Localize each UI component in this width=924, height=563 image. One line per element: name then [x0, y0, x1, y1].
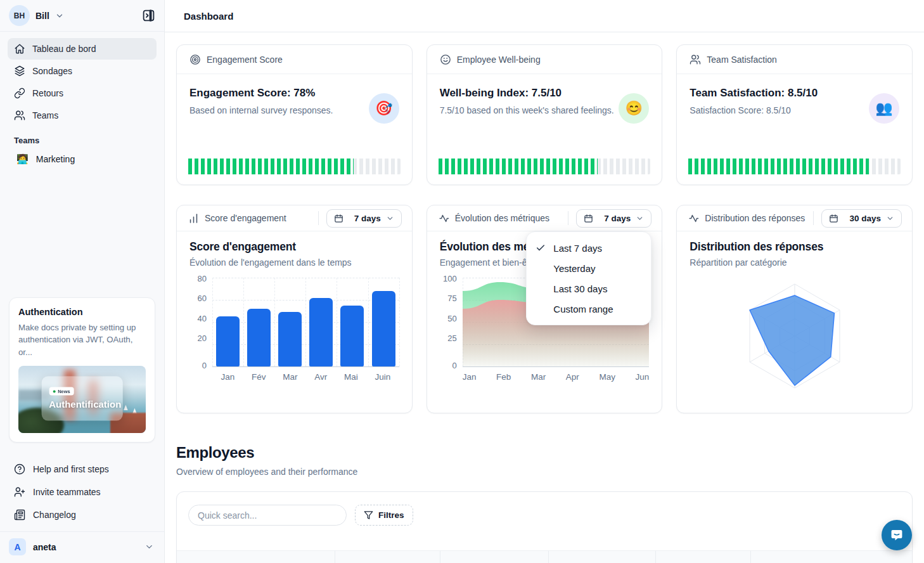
progress-fill	[188, 159, 354, 174]
range-select-button[interactable]: 30 days	[821, 209, 902, 228]
column-header-user: User	[177, 551, 335, 563]
stat-title: Well-being Index: 7.5/10	[440, 87, 650, 100]
sidebar-item-marketing[interactable]: 🧑‍💻 Marketing	[0, 148, 164, 171]
stat-title: Engagement Score: 78%	[189, 87, 399, 100]
sidebar-item-retours[interactable]: Retours	[8, 82, 157, 104]
account-menu[interactable]: A aneta	[0, 531, 164, 563]
bar	[247, 309, 271, 366]
tick-label: Jun	[636, 372, 650, 384]
stat-header-label: Team Satisfaction	[707, 55, 777, 65]
menu-item-last-30-days[interactable]: Last 30 days	[527, 278, 651, 299]
well-being-card: Employee Well-being Well-being Index: 7.…	[427, 44, 663, 185]
green-dot-icon	[53, 391, 55, 393]
bar-chart-plot: 806040200	[189, 278, 399, 366]
header-divider	[318, 211, 319, 225]
gridline	[463, 366, 650, 367]
news-badge: News	[49, 387, 74, 396]
stat-header-label: Engagement Score	[207, 55, 283, 65]
engagement-score-card: Engagement Score Engagement Score: 78% B…	[176, 44, 413, 185]
progress-fill	[688, 159, 868, 174]
x-axis-labels: JanFebMarAprMayJun	[463, 372, 650, 384]
y-axis-labels: 1007550250	[440, 278, 463, 366]
sidebar-item-label: Retours	[32, 88, 63, 98]
team-satisfaction-card: Team Satisfaction Team Satisfaction: 8.5…	[676, 44, 913, 185]
menu-item-custom-range[interactable]: Custom range	[527, 299, 651, 319]
promo-image-overlay-card: News Authentification	[41, 377, 123, 421]
header-divider	[568, 211, 568, 225]
sidebar-item-tableau-de-bord[interactable]: Tableau de bord	[8, 38, 157, 60]
employees-section: Employees Overview of employees and thei…	[176, 444, 913, 563]
app-root: BH Bill Tableau de bord Sondages	[0, 0, 924, 563]
header-divider	[813, 211, 814, 225]
tick-label: Juin	[375, 372, 390, 384]
tick-label: 20	[198, 333, 207, 343]
chart-card-header: Score d'engagement 7 days	[177, 205, 412, 231]
chat-launcher-button[interactable]	[882, 520, 912, 550]
menu-item-yesterday[interactable]: Yesterday	[527, 258, 651, 278]
tick-label: 0	[452, 361, 456, 370]
chevron-down-icon	[886, 214, 894, 223]
range-select-button[interactable]: 7 days	[576, 209, 651, 228]
main-content: Engagement Score Engagement Score: 78% B…	[165, 32, 924, 563]
y-axis-labels: 806040200	[189, 278, 212, 366]
employees-title: Employees	[176, 444, 913, 462]
sidebar-item-invite[interactable]: Invite teammates	[8, 481, 157, 503]
column-header-participation: Participation	[549, 551, 656, 563]
sidebar-item-changelog[interactable]: Changelog	[8, 503, 157, 526]
menu-item-last-7-days[interactable]: Last 7 days	[527, 238, 651, 258]
bar	[278, 312, 302, 366]
chart-card-body: Score d'engagement Évolution de l'engage…	[177, 231, 412, 384]
authentication-promo-card[interactable]: Authentication Make docs private by sett…	[9, 297, 155, 443]
stat-card-header: Engagement Score	[177, 45, 412, 74]
chevron-down-icon	[386, 214, 394, 223]
footer-item-label: Changelog	[33, 510, 76, 520]
gridline	[399, 278, 400, 366]
range-value: 7 days	[604, 214, 631, 223]
sidebar-item-sondages[interactable]: Sondages	[8, 60, 157, 82]
sidebar-collapse-button[interactable]	[142, 9, 155, 22]
chart-subtitle: Évolution de l'engagement dans le temps	[189, 257, 399, 268]
progress-fill	[439, 159, 598, 174]
technologist-emoji-icon: 🧑‍💻	[16, 153, 29, 165]
sidebar-nav: Tableau de bord Sondages Retours Teams	[0, 32, 164, 127]
workspace-switcher[interactable]: BH Bill	[0, 0, 164, 32]
bar	[372, 291, 395, 366]
teams-section-label: Teams	[0, 127, 164, 148]
progress-bar	[188, 159, 401, 174]
home-icon	[14, 43, 25, 55]
footer-item-label: Help and first steps	[33, 464, 109, 474]
sidebar: BH Bill Tableau de bord Sondages	[0, 0, 165, 563]
tick-label: 80	[198, 274, 207, 283]
search-input[interactable]	[188, 505, 347, 526]
tick-label: Apr	[566, 372, 579, 384]
promo-title: Authentication	[18, 307, 146, 317]
stat-cards-row: Engagement Score Engagement Score: 78% B…	[176, 44, 913, 185]
tick-label: 50	[447, 314, 456, 323]
team-item-label: Marketing	[36, 154, 75, 164]
users-icon	[690, 54, 701, 65]
tick-label: 100	[443, 274, 457, 283]
column-header-performance: Performance	[656, 551, 751, 563]
stat-subtitle: Based on internal survey responses.	[189, 105, 399, 115]
workspace-name: Bill	[35, 11, 49, 21]
bar	[309, 298, 333, 367]
sidebar-item-label: Tableau de bord	[32, 44, 96, 54]
tick-label: Jan	[221, 372, 234, 384]
range-select-button[interactable]: 7 days	[326, 209, 402, 228]
stat-card-body: Engagement Score: 78% Based on internal …	[177, 74, 412, 128]
funnel-icon	[364, 510, 373, 520]
chart-card-header: Évolution des métriques 7 days	[427, 205, 662, 231]
smiley-emoji-badge: 😊	[619, 93, 649, 124]
sidebar-item-label: Teams	[32, 110, 58, 120]
sidebar-item-teams[interactable]: Teams	[8, 105, 157, 126]
filters-button[interactable]: Filtres	[355, 505, 413, 526]
metrics-area-chart-card: Évolution des métriques 7 days Évolution…	[427, 205, 663, 413]
range-value: 7 days	[354, 214, 381, 223]
tick-label: 60	[198, 294, 207, 303]
activity-icon	[439, 213, 449, 224]
promo-description: Make docs private by setting up authenti…	[18, 321, 146, 359]
chat-bubble-icon	[889, 527, 905, 543]
sidebar-item-help[interactable]: Help and first steps	[8, 458, 157, 481]
bars	[212, 278, 399, 366]
column-header-tasks: Tasks	[751, 551, 912, 563]
